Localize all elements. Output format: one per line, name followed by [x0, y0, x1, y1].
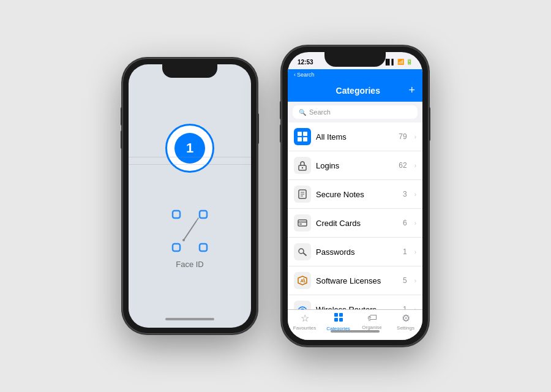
svg-rect-1: [200, 211, 207, 218]
secure-notes-label: Secure Notes: [316, 190, 398, 199]
deco-line-1: [129, 157, 251, 157]
favourites-icon: ☆: [301, 312, 309, 324]
passwords-label: Passwords: [316, 247, 398, 257]
svg-rect-8: [303, 132, 307, 136]
nav-back-bar[interactable]: ‹ Search: [288, 69, 422, 80]
right-phone-screen: 12:53 ▐▌▌ 📶 🔋 ‹ Search Categories + 🔍 Se…: [288, 52, 422, 340]
notch: [162, 64, 217, 78]
software-licenses-chevron: ›: [414, 277, 416, 284]
add-category-button[interactable]: +: [408, 84, 415, 97]
svg-rect-0: [173, 211, 180, 218]
deco-line-2: [129, 164, 251, 165]
svg-rect-31: [339, 318, 343, 322]
back-arrow-icon: ‹: [294, 72, 296, 78]
nav-back-label: Search: [297, 72, 315, 78]
settings-label: Settings: [397, 325, 414, 331]
svg-rect-3: [200, 244, 207, 251]
logins-chevron: ›: [414, 162, 416, 169]
svg-rect-28: [334, 313, 338, 317]
left-phone-screen: 1 Face ID: [129, 64, 251, 328]
svg-line-24: [304, 279, 305, 282]
svg-line-5: [196, 218, 198, 222]
svg-rect-9: [298, 137, 302, 141]
list-item[interactable]: Wireless Routers 1 ›: [288, 295, 422, 309]
categories-title: Categories: [307, 86, 408, 96]
logins-label: Logins: [316, 161, 394, 170]
list-item[interactable]: Logins 62 ›: [288, 151, 422, 180]
svg-rect-30: [334, 318, 338, 322]
volume-up-button: [121, 107, 122, 126]
list-item[interactable]: Passwords 1 ›: [288, 238, 422, 266]
right-phone: 12:53 ▐▌▌ 📶 🔋 ‹ Search Categories + 🔍 Se…: [282, 46, 429, 346]
svg-rect-17: [298, 220, 307, 226]
licenses-icon: A: [294, 272, 311, 289]
svg-rect-2: [173, 244, 180, 251]
passwords-chevron: ›: [414, 249, 416, 255]
all-items-label: All Items: [316, 132, 394, 141]
logo-inner: 1: [174, 133, 205, 164]
svg-point-12: [302, 167, 303, 168]
wireless-routers-label: Wireless Routers: [316, 305, 398, 310]
right-volume-down: [280, 124, 282, 143]
credit-cards-count: 6: [403, 219, 407, 227]
status-icons: ▐▌▌ 📶 🔋: [384, 59, 413, 65]
svg-rect-29: [339, 313, 343, 317]
search-bar[interactable]: 🔍 Search: [293, 105, 418, 119]
battery-icon: 🔋: [406, 59, 413, 65]
list-item[interactable]: Credit Cards 6 ›: [288, 209, 422, 238]
svg-line-4: [184, 222, 196, 240]
svg-point-6: [182, 239, 185, 241]
tab-favourites[interactable]: ☆ Favourites: [288, 312, 321, 331]
credit-cards-label: Credit Cards: [316, 219, 398, 228]
svg-rect-19: [299, 224, 302, 225]
notes-icon: [294, 186, 311, 203]
favourites-label: Favourites: [293, 325, 316, 331]
software-licenses-count: 5: [403, 276, 407, 285]
search-icon: 🔍: [299, 109, 306, 116]
list-item[interactable]: All Items 79 ›: [288, 123, 422, 151]
face-id-icon: [171, 209, 208, 252]
categories-icon: [334, 312, 343, 325]
logins-icon: [294, 157, 311, 174]
list-item[interactable]: A Software Licenses 5 ›: [288, 266, 422, 295]
all-items-chevron: ›: [414, 134, 416, 140]
volume-down-button: [121, 130, 122, 149]
tab-categories[interactable]: Categories: [321, 312, 355, 331]
onepassword-logo: 1: [165, 124, 214, 173]
right-home-bar: [331, 330, 380, 333]
list-item[interactable]: Secure Notes 3 ›: [288, 180, 422, 209]
logo-symbol: 1: [186, 140, 193, 156]
tab-settings[interactable]: ⚙ Settings: [389, 312, 422, 331]
passwords-icon: [294, 243, 311, 260]
organise-label: Organise: [362, 325, 381, 330]
secure-notes-count: 3: [403, 190, 407, 198]
face-id-label: Face ID: [176, 260, 204, 269]
home-bar: [165, 318, 214, 320]
search-placeholder: Search: [309, 108, 331, 116]
svg-line-21: [304, 253, 307, 255]
wifi-icon: 📶: [397, 59, 404, 65]
tab-organise[interactable]: 🏷 Organise: [355, 312, 389, 331]
category-list: All Items 79 › Logins 62 ›: [288, 123, 422, 309]
left-phone: 1 Face ID: [122, 58, 257, 334]
routers-icon: [294, 301, 311, 309]
organise-icon: 🏷: [367, 312, 377, 323]
power-button: [257, 113, 259, 144]
status-time: 12:53: [298, 59, 313, 66]
svg-rect-7: [298, 132, 302, 136]
right-volume-up: [280, 101, 282, 119]
credit-cards-chevron: ›: [414, 220, 416, 227]
wireless-routers-count: 1: [403, 305, 407, 309]
cards-icon: [294, 214, 311, 232]
right-power: [429, 107, 430, 141]
signal-icon: ▐▌▌: [384, 59, 395, 65]
secure-notes-chevron: ›: [414, 191, 416, 198]
tab-bar: ☆ Favourites Categories 🏷 Organise ⚙ Set…: [288, 309, 422, 340]
svg-rect-10: [303, 137, 307, 141]
all-items-count: 79: [399, 132, 407, 141]
passwords-count: 1: [403, 247, 407, 256]
logins-count: 62: [399, 161, 407, 170]
all-items-icon: [294, 128, 311, 145]
software-licenses-label: Software Licenses: [316, 276, 398, 285]
face-id-graphic: [171, 209, 208, 252]
